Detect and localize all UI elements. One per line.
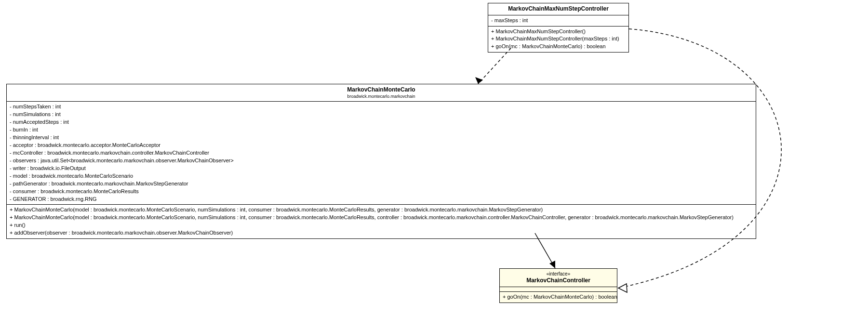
class-controller-ops: + goOn(mc : MarkovChainMonteCarlo) : boo… (500, 292, 617, 303)
attr-row: - burnIn : int (10, 126, 753, 134)
class-controller-name: MarkovChainController (504, 277, 613, 285)
attr-row: - numSimulations : int (10, 111, 753, 118)
attr-row: - pathGenerator : broadwick.montecarlo.m… (10, 180, 753, 188)
op-row: + goOn(mc : MarkovChainMonteCarlo) : boo… (491, 43, 626, 51)
op-row: + MarkovChainMonteCarlo(model : broadwic… (10, 214, 753, 222)
class-controller-header: «interface» MarkovChainController (500, 269, 617, 287)
class-controller: «interface» MarkovChainController + goOn… (499, 268, 617, 303)
op-row: + run() (10, 222, 753, 229)
class-maxstep-name: MarkovChainMaxNumStepController (492, 5, 625, 13)
op-row: + MarkovChainMaxNumStepController() (491, 28, 626, 36)
class-mcmc-pkg: broadwick.montecarlo.markovchain (11, 94, 752, 100)
op-row: + MarkovChainMonteCarlo(model : broadwic… (10, 206, 753, 214)
attr-row: - acceptor : broadwick.montecarlo.accept… (10, 142, 753, 149)
class-maxstep-ops: + MarkovChainMaxNumStepController() + Ma… (488, 26, 628, 53)
attr-row: - maxSteps : int (491, 17, 626, 25)
class-mcmc-header: MarkovChainMonteCarlo broadwick.montecar… (7, 84, 756, 102)
attr-row: - model : broadwick.montecarlo.MonteCarl… (10, 172, 753, 180)
attr-row: - GENERATOR : broadwick.rng.RNG (10, 196, 753, 203)
attr-row: - mcController : broadwick.montecarlo.ma… (10, 149, 753, 157)
class-mcmc-name: MarkovChainMonteCarlo (11, 86, 752, 94)
class-mcmc-ops: + MarkovChainMonteCarlo(model : broadwic… (7, 205, 756, 238)
svg-marker-2 (618, 284, 627, 292)
attr-row: - observers : java.util.Set<broadwick.mo… (10, 157, 753, 165)
svg-marker-1 (549, 261, 555, 268)
class-controller-attrs (500, 287, 617, 292)
attr-row: - numAcceptedSteps : int (10, 118, 753, 126)
class-maxstep-attrs: - maxSteps : int (488, 15, 628, 26)
attr-row: - numStepsTaken : int (10, 103, 753, 111)
class-maxstep: MarkovChainMaxNumStepController - maxSte… (488, 3, 629, 53)
op-row: + MarkovChainMaxNumStepController(maxSte… (491, 35, 626, 43)
class-mcmc-attrs: - numStepsTaken : int - numSimulations :… (7, 102, 756, 205)
op-row: + goOn(mc : MarkovChainMonteCarlo) : boo… (503, 293, 614, 301)
attr-row: - writer : broadwick.io.FileOutput (10, 165, 753, 172)
class-controller-stereo: «interface» (504, 271, 613, 277)
attr-row: - thinningInterval : int (10, 134, 753, 142)
svg-marker-0 (475, 77, 483, 84)
class-mcmc: MarkovChainMonteCarlo broadwick.montecar… (6, 84, 756, 239)
op-row: + addObserver(observer : broadwick.monte… (10, 229, 753, 237)
attr-row: - consumer : broadwick.montecarlo.MonteC… (10, 188, 753, 196)
class-maxstep-header: MarkovChainMaxNumStepController (488, 3, 628, 15)
